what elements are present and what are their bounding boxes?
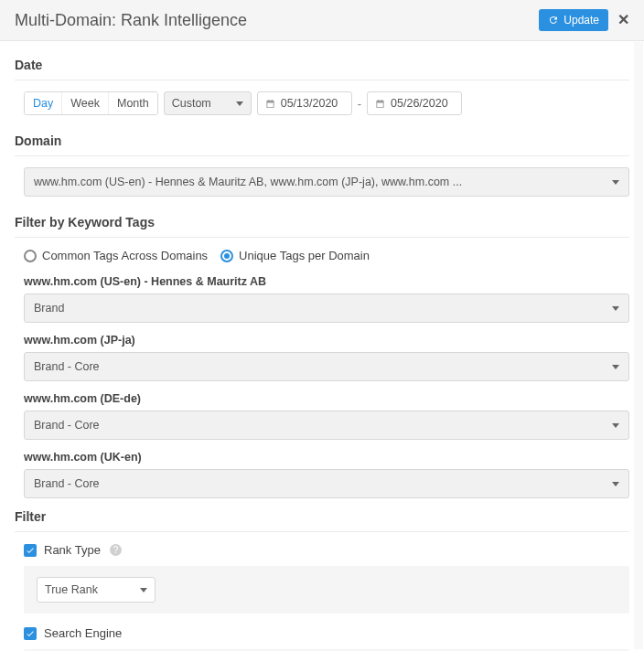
modal-body: Date Day Week Month Custom 05/13/2020 - … (0, 41, 644, 651)
chevron-down-icon (612, 365, 619, 369)
rank-type-body: True Rank (24, 566, 629, 614)
tag-select[interactable]: Brand - Core (24, 411, 629, 440)
chevron-down-icon (612, 180, 619, 185)
tag-row: www.hm.com (US-en) - Hennes & Mauritz AB… (24, 275, 629, 323)
divider (15, 531, 629, 532)
calendar-icon (375, 99, 385, 109)
tag-row: www.hm.com (JP-ja)Brand - Core (24, 334, 629, 381)
date-to-input[interactable]: 05/26/2020 (367, 91, 462, 115)
tag-mode-radiogroup: Common Tags Across Domains Unique Tags p… (24, 249, 629, 262)
tag-select[interactable]: Brand - Core (24, 352, 629, 381)
page-title: Multi-Domain: Rank Intelligence (15, 11, 247, 30)
granularity-toggle: Day Week Month (24, 91, 158, 115)
rank-type-checkbox[interactable] (24, 544, 37, 557)
keyword-tags-section-label: Filter by Keyword Tags (15, 215, 629, 229)
check-icon (26, 546, 35, 555)
domain-section-label: Domain (15, 133, 629, 148)
search-engine-header: Search Engine (24, 626, 629, 640)
tag-rows: www.hm.com (US-en) - Hennes & Mauritz AB… (15, 275, 629, 498)
tag-domain-label: www.hm.com (UK-en) (24, 451, 629, 464)
tag-domain-label: www.hm.com (US-en) - Hennes & Mauritz AB (24, 275, 629, 288)
divider (15, 237, 629, 238)
chevron-down-icon (140, 588, 147, 592)
radio-common-tags[interactable]: Common Tags Across Domains (24, 249, 208, 262)
divider (15, 80, 629, 80)
tag-select[interactable]: Brand - Core (24, 469, 629, 498)
domain-select-value: www.hm.com (US-en) - Hennes & Mauritz AB… (34, 176, 462, 188)
date-from-value: 05/13/2020 (281, 97, 338, 110)
custom-range-label: Custom (172, 97, 211, 110)
filter-search-engine: Search Engine Primary Engine ... (24, 626, 629, 651)
date-section-label: Date (15, 58, 629, 72)
date-from-input[interactable]: 05/13/2020 (257, 91, 352, 115)
rank-type-header: Rank Type ? (24, 543, 629, 557)
radio-unique-tags[interactable]: Unique Tags per Domain (220, 249, 370, 262)
rank-type-value: True Rank (45, 583, 98, 596)
update-button-label: Update (564, 14, 599, 27)
tag-domain-label: www.hm.com (JP-ja) (24, 334, 629, 347)
radio-label: Unique Tags per Domain (239, 249, 370, 262)
domain-select[interactable]: www.hm.com (US-en) - Hennes & Mauritz AB… (24, 167, 629, 197)
chevron-down-icon (612, 423, 619, 428)
divider (15, 155, 629, 156)
radio-icon (24, 250, 37, 262)
modal-header: Multi-Domain: Rank Intelligence Update ✕ (0, 0, 644, 41)
close-icon[interactable]: ✕ (617, 13, 629, 27)
filter-section-label: Filter (15, 509, 629, 524)
chevron-down-icon (236, 101, 243, 106)
chevron-down-icon (612, 482, 619, 486)
search-engine-label: Search Engine (44, 626, 122, 640)
tag-row: www.hm.com (UK-en)Brand - Core (24, 451, 629, 498)
refresh-icon (548, 15, 559, 26)
granularity-week[interactable]: Week (62, 92, 109, 114)
tag-select-value: Brand - Core (34, 419, 100, 432)
rank-type-select[interactable]: True Rank (37, 577, 156, 603)
date-range-separator: - (358, 97, 361, 111)
radio-icon (220, 250, 233, 262)
date-controls: Day Week Month Custom 05/13/2020 - 05/26… (15, 91, 629, 115)
tag-select-value: Brand - Core (34, 477, 100, 490)
rank-type-label: Rank Type (44, 543, 101, 557)
filter-rank-type: Rank Type ? True Rank (24, 543, 629, 614)
header-actions: Update ✕ (539, 9, 629, 31)
chevron-down-icon (612, 306, 619, 311)
tag-select[interactable]: Brand (24, 293, 629, 323)
update-button[interactable]: Update (539, 9, 608, 31)
search-engine-checkbox[interactable] (24, 627, 37, 640)
radio-label: Common Tags Across Domains (42, 249, 208, 262)
granularity-month[interactable]: Month (109, 92, 157, 114)
custom-range-select[interactable]: Custom (164, 91, 252, 115)
help-icon[interactable]: ? (110, 544, 122, 556)
calendar-icon (265, 99, 275, 109)
date-to-value: 05/26/2020 (391, 97, 448, 110)
tag-select-value: Brand (34, 302, 64, 315)
tag-row: www.hm.com (DE-de)Brand - Core (24, 392, 629, 440)
tag-domain-label: www.hm.com (DE-de) (24, 392, 629, 405)
granularity-day[interactable]: Day (25, 92, 62, 114)
tag-select-value: Brand - Core (34, 360, 100, 373)
check-icon (26, 629, 35, 638)
